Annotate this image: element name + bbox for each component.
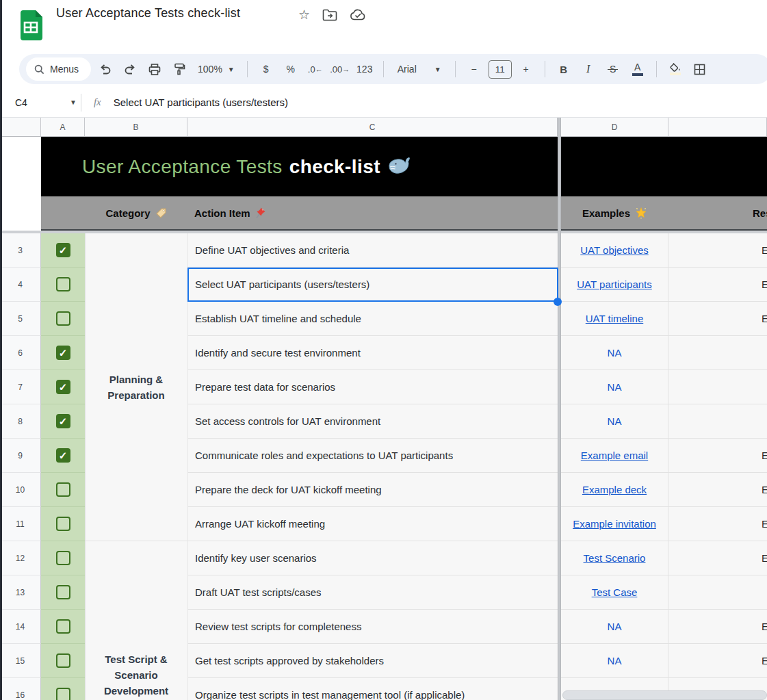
checkbox-cell-3[interactable]: ✓ (41, 233, 85, 268)
example-link[interactable]: UAT objectives (580, 244, 649, 256)
row-header-14[interactable]: 14 (0, 610, 41, 644)
checkbox-cell-8[interactable]: ✓ (41, 404, 85, 439)
example-cell-5[interactable]: UAT timeline (561, 302, 668, 336)
checkbox-cell-5[interactable] (41, 302, 85, 336)
example-link[interactable]: Test Scenario (584, 552, 646, 564)
action-item-cell-16[interactable]: Organize test scripts in test management… (187, 678, 558, 700)
extra-cell-7[interactable] (668, 370, 767, 404)
checkbox-unchecked[interactable] (56, 517, 70, 531)
move-folder-icon[interactable] (322, 9, 337, 21)
checkbox-cell-15[interactable] (41, 644, 85, 678)
name-box-dropdown-icon[interactable]: ▼ (70, 99, 77, 106)
column-header-C[interactable]: C (187, 118, 558, 137)
checkbox-unchecked[interactable] (56, 619, 70, 634)
paint-format-button[interactable] (169, 59, 190, 79)
zoom-control[interactable]: 100%▼ (194, 64, 239, 75)
row-header-13[interactable]: 13 (0, 575, 41, 610)
row-header-6[interactable]: 6 (0, 336, 41, 370)
action-item-cell-15[interactable]: Get test scripts approved by stakeholder… (187, 644, 558, 678)
document-title[interactable]: User Acceptance Tests check-list (56, 6, 240, 21)
extra-cell-11[interactable] (668, 507, 767, 541)
checkbox-checked[interactable]: ✓ (56, 414, 70, 428)
checkbox-unchecked[interactable] (56, 311, 70, 326)
extra-cell-14[interactable] (668, 610, 767, 644)
example-link[interactable]: UAT participants (577, 278, 652, 290)
checkbox-cell-16[interactable] (41, 678, 85, 700)
example-cell-4[interactable]: UAT participants (561, 268, 668, 302)
frozen-columns-divider[interactable] (558, 118, 561, 700)
extra-cell-10[interactable] (668, 473, 767, 507)
action-item-cell-8[interactable]: Set access controls for UAT environment (187, 404, 558, 439)
checkbox-checked[interactable]: ✓ (56, 448, 70, 463)
extra-cell-12[interactable] (668, 541, 767, 575)
example-link[interactable]: Test Case (592, 586, 638, 598)
column-header-D[interactable]: D (561, 118, 668, 137)
example-cell-13[interactable]: Test Case (561, 575, 668, 610)
header-action-item-cell[interactable]: Action Item (187, 196, 557, 229)
cloud-check-icon[interactable] (350, 9, 367, 21)
example-link[interactable]: UAT timeline (586, 313, 643, 324)
menus-search-button[interactable]: Menus (26, 57, 91, 81)
header-category-cell[interactable]: Category (85, 196, 187, 229)
example-link[interactable]: Example email (581, 450, 648, 461)
action-item-cell-12[interactable]: Identify key user scenarios (187, 541, 558, 575)
checkbox-cell-11[interactable] (41, 507, 85, 541)
borders-button[interactable] (690, 59, 710, 79)
action-item-cell-5[interactable]: Establish UAT timeline and schedule (187, 302, 558, 336)
checkbox-cell-13[interactable] (41, 575, 85, 610)
checkbox-unchecked[interactable] (56, 482, 70, 497)
formula-input[interactable]: Select UAT participants (users/testers) (114, 96, 288, 108)
checkbox-cell-14[interactable] (41, 610, 85, 644)
example-cell-8[interactable]: NA (561, 404, 668, 439)
row-header-5[interactable]: 5 (0, 302, 41, 336)
format-currency-button[interactable]: $ (256, 59, 276, 79)
increase-font-size-button[interactable]: + (516, 59, 536, 79)
checkbox-cell-4[interactable] (41, 268, 85, 302)
bold-button[interactable]: B (554, 59, 574, 79)
format-percent-button[interactable]: % (281, 59, 301, 79)
banner-cell[interactable]: User Acceptance Tests check-list (41, 137, 767, 196)
extra-cell-8[interactable] (668, 404, 767, 439)
checkbox-unchecked[interactable] (56, 653, 70, 668)
undo-button[interactable] (95, 59, 116, 79)
number-format-button[interactable]: 123 (354, 59, 375, 79)
checkbox-checked[interactable]: ✓ (56, 346, 70, 360)
star-icon[interactable]: ☆ (298, 8, 310, 22)
checkbox-unchecked[interactable] (56, 585, 70, 599)
row-header-16[interactable]: 16 (0, 678, 41, 700)
action-item-cell-6[interactable]: Identify and secure test environment (187, 336, 558, 370)
example-cell-10[interactable]: Example deck (561, 473, 668, 507)
example-cell-6[interactable]: NA (561, 336, 668, 370)
horizontal-scrollbar-thumb[interactable] (562, 690, 767, 700)
print-button[interactable] (144, 59, 165, 79)
increase-decimal-button[interactable]: .00→ (330, 59, 350, 79)
redo-button[interactable] (120, 59, 140, 79)
name-box[interactable]: C4 (0, 97, 68, 108)
example-link[interactable]: Example deck (582, 484, 647, 495)
fill-color-button[interactable] (665, 59, 686, 79)
row-header-15[interactable]: 15 (0, 644, 41, 678)
row-header-11[interactable]: 11 (0, 507, 41, 541)
decrease-font-size-button[interactable]: − (464, 59, 484, 79)
checkbox-cell-10[interactable] (41, 473, 85, 507)
column-header-B[interactable]: B (85, 118, 187, 137)
checkbox-checked[interactable]: ✓ (56, 243, 70, 257)
extra-cell-13[interactable] (668, 575, 767, 610)
extra-cell-6[interactable] (668, 336, 767, 370)
example-cell-9[interactable]: Example email (561, 439, 668, 473)
font-size-input[interactable]: 11 (489, 60, 512, 79)
row-header-4[interactable]: 4 (0, 268, 41, 302)
frozen-rows-divider[interactable] (0, 231, 767, 233)
action-item-cell-14[interactable]: Review test scripts for completeness (187, 610, 558, 644)
example-cell-7[interactable]: NA (561, 370, 668, 404)
extra-cell-4[interactable] (668, 268, 767, 302)
checkbox-checked[interactable]: ✓ (56, 380, 70, 394)
row-header-3[interactable]: 3 (0, 233, 41, 268)
sheets-logo[interactable] (18, 9, 44, 42)
example-cell-14[interactable]: NA (561, 610, 668, 644)
row-header-7[interactable]: 7 (0, 370, 41, 404)
checkbox-cell-9[interactable]: ✓ (41, 439, 85, 473)
checkbox-unchecked[interactable] (56, 688, 70, 700)
example-cell-12[interactable]: Test Scenario (561, 541, 668, 575)
checkbox-cell-7[interactable]: ✓ (41, 370, 85, 404)
